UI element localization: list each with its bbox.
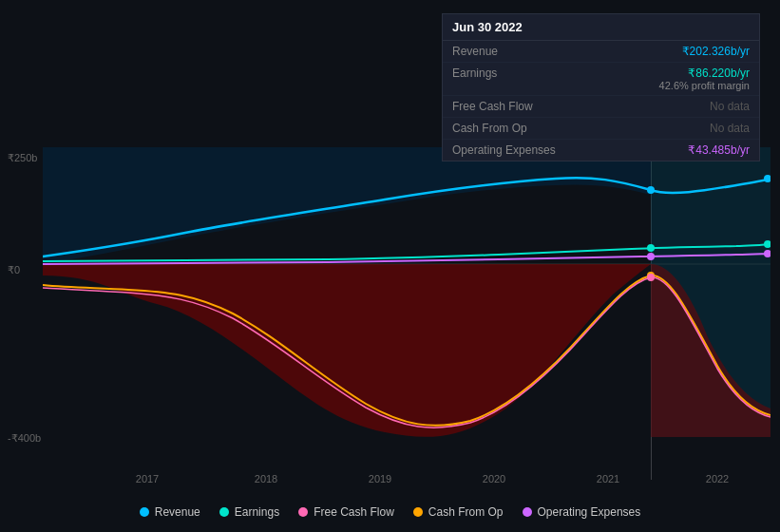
tooltip-earnings-label: Earnings — [452, 66, 576, 80]
svg-point-5 — [647, 274, 655, 281]
x-label-2021: 2021 — [597, 473, 619, 484]
legend-cashop[interactable]: Cash From Op — [413, 505, 504, 519]
legend-label-opex: Operating Expenses — [538, 505, 641, 519]
legend-dot-fcf — [298, 507, 308, 517]
legend-earnings[interactable]: Earnings — [219, 505, 279, 519]
x-label-2022: 2022 — [706, 473, 729, 484]
legend-dot-opex — [523, 507, 532, 517]
x-label-2017: 2017 — [136, 473, 159, 484]
tooltip-cashop-label: Cash From Op — [452, 122, 576, 135]
tooltip-fcf-row: Free Cash Flow No data — [443, 96, 759, 118]
tooltip-fcf-value: No data — [576, 100, 750, 113]
chart-legend: Revenue Earnings Free Cash Flow Cash Fro… — [0, 505, 780, 519]
tooltip-revenue-row: Revenue ₹202.326b/yr — [443, 41, 759, 63]
legend-label-earnings: Earnings — [235, 505, 279, 519]
tooltip-opex-value: ₹43.485b/yr — [576, 143, 750, 157]
legend-dot-revenue — [140, 507, 149, 517]
tooltip-date: Jun 30 2022 — [443, 14, 759, 41]
svg-point-6 — [647, 253, 655, 260]
legend-opex[interactable]: Operating Expenses — [523, 505, 641, 519]
legend-dot-earnings — [219, 507, 229, 517]
chart-container: Jun 30 2022 Revenue ₹202.326b/yr Earning… — [0, 0, 780, 532]
y-label-zero: ₹0 — [8, 264, 20, 276]
chart-svg — [43, 147, 770, 437]
tooltip-profit-margin: 42.6% profit margin — [659, 80, 750, 91]
legend-label-revenue: Revenue — [155, 505, 200, 519]
tooltip-cashop-value: No data — [576, 122, 750, 135]
legend-label-fcf: Free Cash Flow — [314, 505, 394, 519]
tooltip-opex-row: Operating Expenses ₹43.485b/yr — [443, 140, 759, 161]
y-label-bottom: -₹400b — [8, 432, 41, 445]
legend-dot-cashop — [413, 507, 423, 517]
tooltip-earnings-value-group: ₹86.220b/yr 42.6% profit margin — [659, 66, 750, 91]
svg-point-2 — [647, 186, 655, 194]
tooltip-cashop-row: Cash From Op No data — [443, 118, 759, 140]
tooltip-fcf-label: Free Cash Flow — [452, 100, 576, 113]
tooltip-earnings-value: ₹86.220b/yr — [688, 66, 750, 80]
x-label-2019: 2019 — [369, 473, 391, 484]
x-label-2020: 2020 — [483, 473, 505, 484]
legend-fcf[interactable]: Free Cash Flow — [298, 505, 394, 519]
y-label-top: ₹250b — [8, 152, 37, 164]
x-label-2018: 2018 — [255, 473, 277, 484]
tooltip-earnings-row: Earnings ₹86.220b/yr 42.6% profit margin — [443, 63, 759, 96]
legend-label-cashop: Cash From Op — [428, 505, 504, 519]
tooltip-revenue-label: Revenue — [452, 45, 576, 58]
legend-revenue[interactable]: Revenue — [140, 505, 200, 519]
tooltip-opex-label: Operating Expenses — [452, 143, 576, 157]
tooltip-revenue-value: ₹202.326b/yr — [576, 45, 750, 58]
svg-point-3 — [647, 244, 655, 252]
tooltip-box: Jun 30 2022 Revenue ₹202.326b/yr Earning… — [442, 13, 760, 162]
